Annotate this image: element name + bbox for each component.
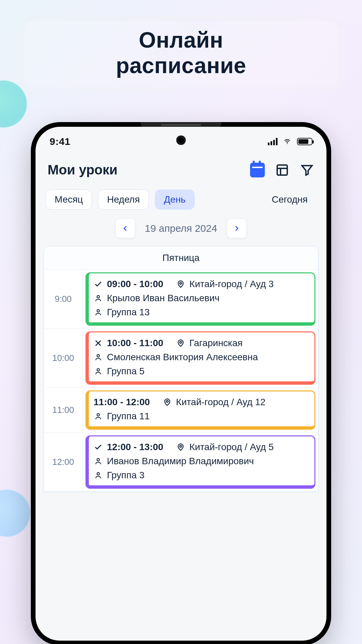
svg-point-8 [166, 400, 168, 402]
lesson-time: 09:00 - 10:00 [107, 279, 163, 289]
tab-month[interactable]: Месяц [46, 190, 92, 210]
chevron-left-icon [122, 225, 129, 232]
table-row: 12:0012:00 - 13:00Китай-город / Ауд 5Ива… [44, 433, 318, 492]
day-name: Пятница [44, 246, 318, 270]
lesson-location: Китай-город / Ауд 12 [176, 397, 265, 408]
view-controls: Месяц Неделя День Сегодня [36, 186, 326, 216]
person-icon [94, 412, 103, 421]
pin-icon [176, 442, 185, 452]
status-time: 9:41 [50, 136, 70, 147]
prev-day-button[interactable] [116, 219, 135, 238]
filter-button[interactable] [300, 163, 314, 177]
lesson-location: Гагаринская [189, 338, 243, 348]
app-header: Мои уроки [36, 156, 326, 186]
calendar-icon [250, 163, 265, 177]
tab-day[interactable]: День [155, 190, 195, 210]
lesson-teacher: Смоленская Виктория Алексеевна [107, 352, 258, 363]
lesson-group: Группа 13 [107, 307, 150, 318]
page-title: Мои уроки [48, 162, 118, 177]
svg-point-3 [97, 296, 99, 298]
current-date: 19 апреля 2024 [145, 223, 217, 234]
check-icon [94, 279, 103, 289]
lesson-card[interactable]: 11:00 - 12:00Китай-город / Ауд 12Группа … [85, 390, 315, 430]
promo-title-line2: расписание [116, 53, 246, 78]
svg-point-4 [97, 310, 99, 312]
svg-point-7 [97, 369, 99, 371]
slot-cell: 12:00 - 13:00Китай-город / Ауд 5Иванов В… [83, 433, 318, 491]
lesson-time: 12:00 - 13:00 [107, 442, 163, 452]
pin-icon [163, 397, 172, 407]
table-row: 11:0011:00 - 12:00Китай-город / Ауд 12Гр… [44, 388, 318, 433]
status-icons [268, 138, 312, 145]
status-bar: 9:41 [36, 127, 326, 156]
hour-label: 10:00 [44, 329, 83, 387]
svg-rect-1 [277, 165, 287, 175]
lesson-teacher: Крылов Иван Васильевич [107, 293, 220, 304]
wifi-icon [282, 138, 292, 145]
layout-button[interactable] [275, 163, 290, 177]
person-icon [94, 353, 103, 362]
svg-point-0 [287, 143, 288, 144]
hour-label: 12:00 [44, 433, 83, 491]
lesson-teacher: Иванов Владимир Владимирович [107, 456, 254, 467]
lesson-group: Группа 5 [107, 366, 144, 377]
today-button[interactable]: Сегодня [263, 190, 316, 210]
lesson-card[interactable]: 12:00 - 13:00Китай-город / Ауд 5Иванов В… [85, 435, 315, 489]
hour-label: 11:00 [44, 388, 83, 432]
front-camera [176, 136, 186, 145]
svg-point-10 [180, 445, 182, 447]
svg-point-9 [97, 414, 99, 416]
promo-card: Онлайн расписание [20, 16, 342, 90]
lesson-location: Китай-город / Ауд 5 [189, 442, 274, 452]
person-icon [94, 367, 103, 376]
person-icon [94, 293, 103, 303]
bg-decor-2 [0, 490, 30, 537]
cellular-icon [268, 138, 278, 145]
person-icon [94, 308, 103, 317]
svg-point-5 [180, 341, 182, 343]
svg-point-2 [180, 282, 182, 284]
slot-cell: 11:00 - 12:00Китай-город / Ауд 12Группа … [83, 388, 318, 432]
layout-icon [276, 163, 289, 177]
calendar-button[interactable] [250, 163, 265, 177]
table-row: 10:0010:00 - 11:00ГагаринскаяСмоленская … [44, 329, 318, 388]
lesson-time: 10:00 - 11:00 [107, 338, 163, 348]
svg-point-12 [97, 473, 99, 475]
lesson-location: Китай-город / Ауд 3 [189, 279, 274, 289]
check-icon [94, 442, 103, 452]
lesson-card[interactable]: 10:00 - 11:00ГагаринскаяСмоленская Викто… [85, 331, 315, 385]
cross-icon [94, 338, 103, 348]
chevron-right-icon [233, 225, 240, 232]
promo-title-line1: Онлайн [139, 28, 223, 53]
table-row: 9:0009:00 - 10:00Китай-город / Ауд 3Крыл… [44, 270, 318, 329]
bg-decor-1 [0, 80, 27, 127]
timetable: Пятница 9:0009:00 - 10:00Китай-город / А… [44, 246, 318, 492]
header-actions [250, 163, 314, 177]
person-icon [94, 471, 103, 480]
svg-point-11 [97, 459, 99, 461]
date-nav: 19 апреля 2024 [36, 216, 326, 246]
lesson-time: 11:00 - 12:00 [94, 397, 150, 408]
person-icon [94, 457, 103, 466]
filter-icon [300, 163, 314, 177]
tab-week[interactable]: Неделя [98, 190, 149, 210]
phone-frame: 9:41 Мои уроки [31, 122, 331, 644]
slot-cell: 10:00 - 11:00ГагаринскаяСмоленская Викто… [83, 329, 318, 387]
svg-point-6 [97, 355, 99, 357]
battery-icon [297, 138, 312, 145]
pin-icon [176, 338, 185, 348]
pin-icon [176, 279, 185, 289]
lesson-group: Группа 11 [107, 411, 150, 422]
next-day-button[interactable] [227, 219, 246, 238]
lesson-card[interactable]: 09:00 - 10:00Китай-город / Ауд 3Крылов И… [85, 272, 315, 326]
phone-screen: 9:41 Мои уроки [36, 127, 326, 641]
hour-label: 9:00 [44, 270, 83, 328]
lesson-group: Группа 3 [107, 470, 144, 481]
slot-cell: 09:00 - 10:00Китай-город / Ауд 3Крылов И… [83, 270, 318, 328]
